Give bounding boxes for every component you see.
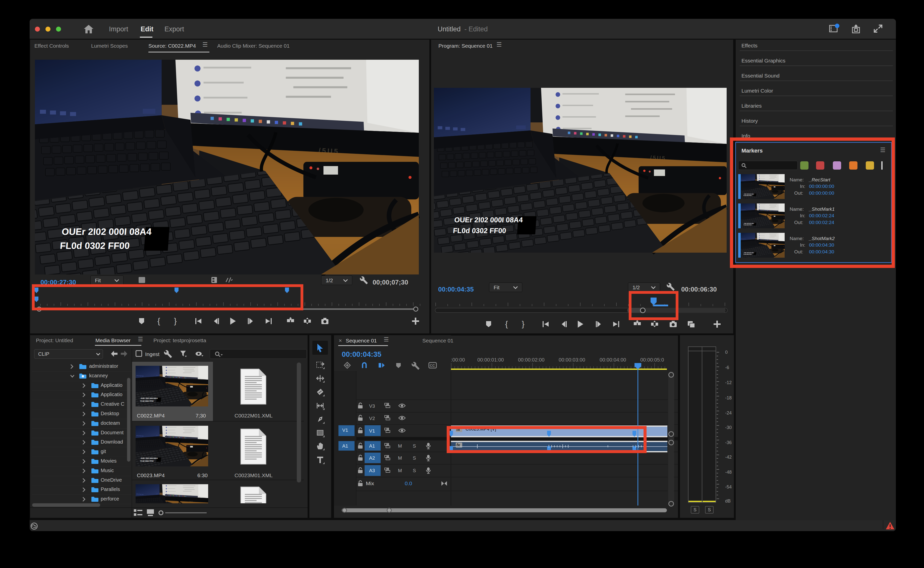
svg-text:CC: CC: [430, 364, 435, 367]
svg-text:{: {: [158, 316, 160, 325]
svg-text:}: }: [522, 319, 524, 328]
svg-text:}: }: [174, 316, 177, 325]
svg-text:{: {: [505, 319, 508, 328]
